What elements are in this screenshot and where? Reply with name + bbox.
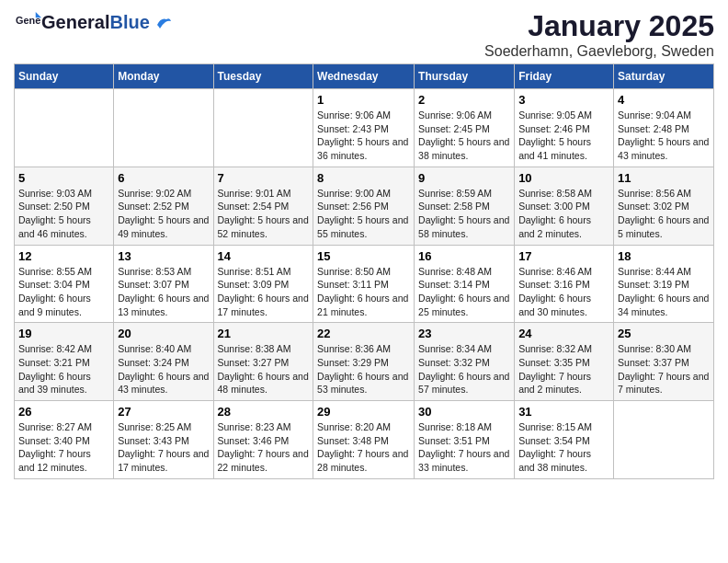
calendar-cell: 23Sunrise: 8:34 AM Sunset: 3:32 PM Dayli…: [415, 323, 515, 401]
day-info: Sunrise: 9:00 AM Sunset: 2:56 PM Dayligh…: [317, 187, 410, 241]
day-number: 16: [418, 249, 510, 263]
day-info: Sunrise: 9:06 AM Sunset: 2:45 PM Dayligh…: [418, 109, 510, 163]
day-number: 3: [518, 93, 609, 107]
calendar-cell: 12Sunrise: 8:55 AM Sunset: 3:04 PM Dayli…: [15, 245, 114, 323]
logo-general: General: [41, 12, 109, 32]
day-info: Sunrise: 8:20 AM Sunset: 3:48 PM Dayligh…: [317, 420, 410, 475]
calendar-cell: [614, 401, 714, 479]
calendar-cell: 28Sunrise: 8:23 AM Sunset: 3:46 PM Dayli…: [213, 401, 313, 479]
calendar-cell: 9Sunrise: 8:59 AM Sunset: 2:58 PM Daylig…: [415, 167, 515, 245]
calendar-week-row: 19Sunrise: 8:42 AM Sunset: 3:21 PM Dayli…: [15, 323, 714, 401]
calendar-cell: 13Sunrise: 8:53 AM Sunset: 3:07 PM Dayli…: [114, 245, 213, 323]
calendar-week-row: 26Sunrise: 8:27 AM Sunset: 3:40 PM Dayli…: [15, 401, 714, 479]
calendar-cell: 25Sunrise: 8:30 AM Sunset: 3:37 PM Dayli…: [614, 323, 714, 401]
day-number: 19: [18, 327, 109, 340]
day-number: 17: [518, 249, 609, 263]
day-number: 20: [118, 327, 209, 340]
day-number: 5: [18, 171, 109, 185]
day-number: 4: [618, 93, 710, 107]
calendar-table: Sunday Monday Tuesday Wednesday Thursday…: [14, 63, 714, 479]
calendar-cell: 10Sunrise: 8:58 AM Sunset: 3:00 PM Dayli…: [515, 167, 614, 245]
calendar-cell: 21Sunrise: 8:38 AM Sunset: 3:27 PM Dayli…: [213, 323, 313, 401]
calendar-cell: 14Sunrise: 8:51 AM Sunset: 3:09 PM Dayli…: [213, 245, 313, 323]
calendar-cell: 31Sunrise: 8:15 AM Sunset: 3:54 PM Dayli…: [515, 401, 614, 479]
calendar-cell: 29Sunrise: 8:20 AM Sunset: 3:48 PM Dayli…: [313, 401, 415, 479]
day-info: Sunrise: 8:42 AM Sunset: 3:21 PM Dayligh…: [18, 342, 109, 396]
day-info: Sunrise: 8:55 AM Sunset: 3:04 PM Dayligh…: [18, 265, 109, 319]
calendar-cell: 11Sunrise: 8:56 AM Sunset: 3:02 PM Dayli…: [614, 167, 714, 245]
header-thursday: Thursday: [415, 64, 515, 89]
calendar-cell: 22Sunrise: 8:36 AM Sunset: 3:29 PM Dayli…: [313, 323, 415, 401]
day-number: 27: [118, 405, 209, 419]
calendar-title: January 2025: [484, 9, 714, 43]
day-number: 31: [518, 405, 609, 419]
calendar-cell: 2Sunrise: 9:06 AM Sunset: 2:45 PM Daylig…: [415, 89, 515, 167]
day-info: Sunrise: 8:51 AM Sunset: 3:09 PM Dayligh…: [218, 265, 310, 319]
day-info: Sunrise: 8:30 AM Sunset: 3:37 PM Dayligh…: [618, 342, 710, 396]
day-info: Sunrise: 8:27 AM Sunset: 3:40 PM Dayligh…: [18, 420, 109, 475]
header-saturday: Saturday: [614, 64, 714, 89]
page-container: General GeneralBlue January 2025 Soederh…: [0, 0, 728, 488]
day-number: 21: [218, 327, 310, 340]
day-info: Sunrise: 8:46 AM Sunset: 3:16 PM Dayligh…: [518, 265, 609, 319]
day-number: 11: [618, 171, 710, 185]
calendar-cell: 4Sunrise: 9:04 AM Sunset: 2:48 PM Daylig…: [614, 89, 714, 167]
calendar-cell: [213, 89, 313, 167]
calendar-cell: 27Sunrise: 8:25 AM Sunset: 3:43 PM Dayli…: [114, 401, 213, 479]
day-number: 9: [418, 171, 510, 185]
calendar-cell: 1Sunrise: 9:06 AM Sunset: 2:43 PM Daylig…: [313, 89, 415, 167]
calendar-cell: 5Sunrise: 9:03 AM Sunset: 2:50 PM Daylig…: [15, 167, 114, 245]
calendar-cell: 24Sunrise: 8:32 AM Sunset: 3:35 PM Dayli…: [515, 323, 614, 401]
logo-icon: General: [16, 9, 41, 35]
day-number: 24: [518, 327, 609, 340]
calendar-week-row: 1Sunrise: 9:06 AM Sunset: 2:43 PM Daylig…: [15, 89, 714, 167]
header-friday: Friday: [515, 64, 614, 89]
header-wednesday: Wednesday: [313, 64, 415, 89]
day-info: Sunrise: 9:06 AM Sunset: 2:43 PM Dayligh…: [317, 109, 410, 163]
title-block: January 2025 Soederhamn, Gaevleborg, Swe…: [484, 9, 714, 60]
calendar-cell: 20Sunrise: 8:40 AM Sunset: 3:24 PM Dayli…: [114, 323, 213, 401]
header: General GeneralBlue January 2025 Soederh…: [14, 9, 714, 60]
day-info: Sunrise: 8:40 AM Sunset: 3:24 PM Dayligh…: [118, 342, 209, 396]
day-number: 13: [118, 249, 209, 263]
calendar-cell: 3Sunrise: 9:05 AM Sunset: 2:46 PM Daylig…: [515, 89, 614, 167]
day-number: 10: [518, 171, 609, 185]
calendar-cell: 26Sunrise: 8:27 AM Sunset: 3:40 PM Dayli…: [15, 401, 114, 479]
day-info: Sunrise: 8:48 AM Sunset: 3:14 PM Dayligh…: [418, 265, 510, 319]
calendar-cell: [15, 89, 114, 167]
calendar-cell: 17Sunrise: 8:46 AM Sunset: 3:16 PM Dayli…: [515, 245, 614, 323]
header-sunday: Sunday: [15, 64, 114, 89]
day-number: 29: [317, 405, 410, 419]
day-number: 7: [218, 171, 310, 185]
day-number: 12: [18, 249, 109, 263]
day-number: 26: [18, 405, 109, 419]
day-info: Sunrise: 8:36 AM Sunset: 3:29 PM Dayligh…: [317, 342, 410, 396]
day-info: Sunrise: 9:03 AM Sunset: 2:50 PM Dayligh…: [18, 187, 109, 241]
calendar-cell: 8Sunrise: 9:00 AM Sunset: 2:56 PM Daylig…: [313, 167, 415, 245]
day-info: Sunrise: 8:32 AM Sunset: 3:35 PM Dayligh…: [518, 342, 609, 396]
day-info: Sunrise: 8:53 AM Sunset: 3:07 PM Dayligh…: [118, 265, 209, 319]
day-info: Sunrise: 8:59 AM Sunset: 2:58 PM Dayligh…: [418, 187, 510, 241]
header-tuesday: Tuesday: [213, 64, 313, 89]
day-info: Sunrise: 9:04 AM Sunset: 2:48 PM Dayligh…: [618, 109, 710, 163]
day-number: 1: [317, 93, 410, 107]
day-number: 15: [317, 249, 410, 263]
calendar-cell: 18Sunrise: 8:44 AM Sunset: 3:19 PM Dayli…: [614, 245, 714, 323]
calendar-week-row: 12Sunrise: 8:55 AM Sunset: 3:04 PM Dayli…: [15, 245, 714, 323]
day-info: Sunrise: 8:23 AM Sunset: 3:46 PM Dayligh…: [218, 420, 310, 475]
day-number: 2: [418, 93, 510, 107]
day-number: 18: [618, 249, 710, 263]
day-info: Sunrise: 8:25 AM Sunset: 3:43 PM Dayligh…: [118, 420, 209, 475]
calendar-cell: 30Sunrise: 8:18 AM Sunset: 3:51 PM Dayli…: [415, 401, 515, 479]
calendar-week-row: 5Sunrise: 9:03 AM Sunset: 2:50 PM Daylig…: [15, 167, 714, 245]
day-info: Sunrise: 8:15 AM Sunset: 3:54 PM Dayligh…: [518, 420, 609, 475]
logo-bird-icon: [155, 17, 172, 30]
day-info: Sunrise: 9:02 AM Sunset: 2:52 PM Dayligh…: [118, 187, 209, 241]
day-info: Sunrise: 8:44 AM Sunset: 3:19 PM Dayligh…: [618, 265, 710, 319]
day-info: Sunrise: 9:05 AM Sunset: 2:46 PM Dayligh…: [518, 109, 609, 163]
day-number: 30: [418, 405, 510, 419]
logo-blue: Blue: [109, 12, 149, 32]
day-info: Sunrise: 8:58 AM Sunset: 3:00 PM Dayligh…: [518, 187, 609, 241]
calendar-subtitle: Soederhamn, Gaevleborg, Sweden: [484, 43, 714, 60]
header-monday: Monday: [114, 64, 213, 89]
